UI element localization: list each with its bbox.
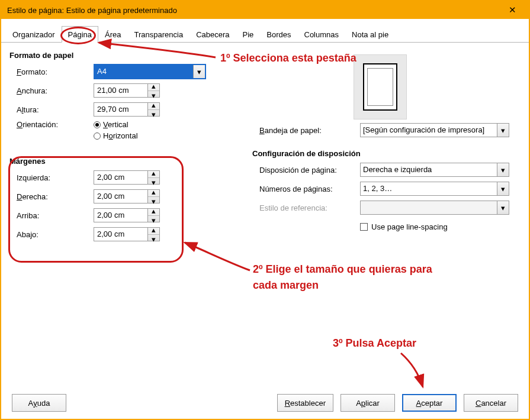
apply-button[interactable]: Aplicar xyxy=(341,394,395,412)
page-preview-page xyxy=(363,63,397,111)
altura-label: Altura: xyxy=(17,105,94,114)
accept-button[interactable]: Aceptar xyxy=(402,394,457,412)
close-icon[interactable]: ✕ xyxy=(500,1,524,19)
annotation-text-2a: 2º Elige el tamaño que quieras para xyxy=(253,263,502,276)
page-numbers-row: Números de páginas: 1, 2, 3… ▾ xyxy=(259,180,513,197)
formato-row: Formato: A4 ▾ xyxy=(17,63,521,80)
page-layout-label: Disposición de página: xyxy=(259,166,360,175)
ref-style-row: Estilo de referencia: ▾ xyxy=(259,199,513,216)
layout-settings-title: Configuración de disposición xyxy=(252,149,513,158)
annotation-text-2b: cada margen xyxy=(253,279,319,292)
tab-cabecera[interactable]: Cabecera xyxy=(189,26,236,42)
chevron-down-icon[interactable]: ▾ xyxy=(497,201,509,214)
page-layout-field[interactable]: Derecha e izquierda ▾ xyxy=(360,163,509,177)
reset-button[interactable]: Restablecer xyxy=(277,394,333,412)
chevron-up-icon: ▴ xyxy=(148,101,159,110)
chevron-up-icon: ▴ xyxy=(148,188,159,197)
orientacion-label: Orientación: xyxy=(17,120,94,129)
chevron-down-icon[interactable]: ▾ xyxy=(497,182,509,195)
margin-bottom-spinner[interactable]: 2,00 cm ▴▾ xyxy=(94,227,160,241)
anchura-label: Anchura: xyxy=(17,86,94,95)
radio-vertical[interactable]: Vertical xyxy=(94,120,138,129)
chevron-down-icon: ▾ xyxy=(148,235,159,244)
formato-value: A4 xyxy=(95,65,193,78)
margin-left-label: Izquierda: xyxy=(17,173,94,182)
chevron-up-icon: ▴ xyxy=(148,225,159,235)
annotation-text-3: 3º Pulsa Aceptar xyxy=(333,337,416,350)
paper-tray-field[interactable]: [Según configuración de impresora] ▾ xyxy=(360,123,509,137)
chevron-down-icon[interactable]: ▾ xyxy=(497,124,509,137)
margin-top-spinner[interactable]: 2,00 cm ▴▾ xyxy=(94,208,160,222)
tab-transparencia[interactable]: Transparencia xyxy=(128,26,190,42)
ref-style-field[interactable]: ▾ xyxy=(360,201,509,215)
tab-pie[interactable]: Pie xyxy=(236,26,261,42)
layout-column: Bandeja de papel: [Según configuración d… xyxy=(252,119,513,237)
tab-columnas[interactable]: Columnas xyxy=(298,26,346,42)
page-numbers-label: Números de páginas: xyxy=(259,185,360,193)
tab-strip: Organizador Página Área Transparencia Ca… xyxy=(1,26,529,43)
chevron-down-icon: ▾ xyxy=(148,91,159,100)
cancel-button[interactable]: Cancelar xyxy=(464,394,518,412)
page-numbers-field[interactable]: 1, 2, 3… ▾ xyxy=(360,182,509,196)
title-bar: Estilo de página: Estilo de página prede… xyxy=(1,1,529,19)
chevron-down-icon[interactable]: ▾ xyxy=(497,163,509,176)
paper-tray-label: Bandeja de papel: xyxy=(259,126,360,135)
chevron-down-icon: ▾ xyxy=(148,110,159,119)
margin-bottom-label: Abajo: xyxy=(17,230,94,239)
chevron-down-icon: ▾ xyxy=(148,216,159,225)
line-spacing-row: Use page line-spacing xyxy=(259,218,513,235)
chevron-up-icon: ▴ xyxy=(148,169,159,178)
paper-tray-row: Bandeja de papel: [Según configuración d… xyxy=(259,122,513,138)
chevron-up-icon: ▴ xyxy=(148,206,159,216)
margin-left-spinner[interactable]: 2,00 cm ▴▾ xyxy=(94,170,160,185)
dialog-buttons: Ayuda Restablecer Aplicar Aceptar Cancel… xyxy=(1,394,529,412)
page-layout-row: Disposición de página: Derecha e izquier… xyxy=(259,161,513,178)
paper-format-title: Formato de papel xyxy=(9,51,521,60)
help-button[interactable]: Ayuda xyxy=(12,394,66,412)
chevron-down-icon: ▾ xyxy=(148,178,159,187)
altura-row: Altura: 29,70 cm ▴▾ xyxy=(17,101,521,118)
tab-area[interactable]: Área xyxy=(98,26,127,42)
tab-pagina[interactable]: Página xyxy=(62,26,98,43)
altura-spinner[interactable]: 29,70 cm ▴▾ xyxy=(94,102,160,117)
ref-style-label: Estilo de referencia: xyxy=(259,203,360,212)
anchura-row: Anchura: 21,00 cm ▴▾ xyxy=(17,82,521,99)
margin-right-label: Derecha: xyxy=(17,192,94,201)
tab-nota-al-pie[interactable]: Nota al pie xyxy=(345,26,395,42)
chevron-down-icon: ▾ xyxy=(148,197,159,206)
anchura-spinner[interactable]: 21,00 cm ▴▾ xyxy=(94,83,160,98)
tab-organizador[interactable]: Organizador xyxy=(6,26,62,42)
margin-top-label: Arriba: xyxy=(17,211,94,220)
formato-label: Formato: xyxy=(17,67,94,76)
radio-horizontal[interactable]: Horizontal xyxy=(94,131,138,140)
window-title: Estilo de página: Estilo de página prede… xyxy=(7,6,177,15)
margin-right-spinner[interactable]: 2,00 cm ▴▾ xyxy=(94,189,160,203)
chevron-down-icon[interactable]: ▾ xyxy=(193,65,205,78)
tab-bordes[interactable]: Bordes xyxy=(260,26,297,42)
page-preview xyxy=(354,54,407,119)
chevron-up-icon: ▴ xyxy=(148,82,159,91)
formato-field[interactable]: A4 ▾ xyxy=(94,64,206,79)
page-tab-content: Formato de papel Formato: A4 ▾ Anchura: … xyxy=(1,43,529,251)
page-line-spacing-checkbox[interactable]: Use page line-spacing xyxy=(360,222,448,231)
